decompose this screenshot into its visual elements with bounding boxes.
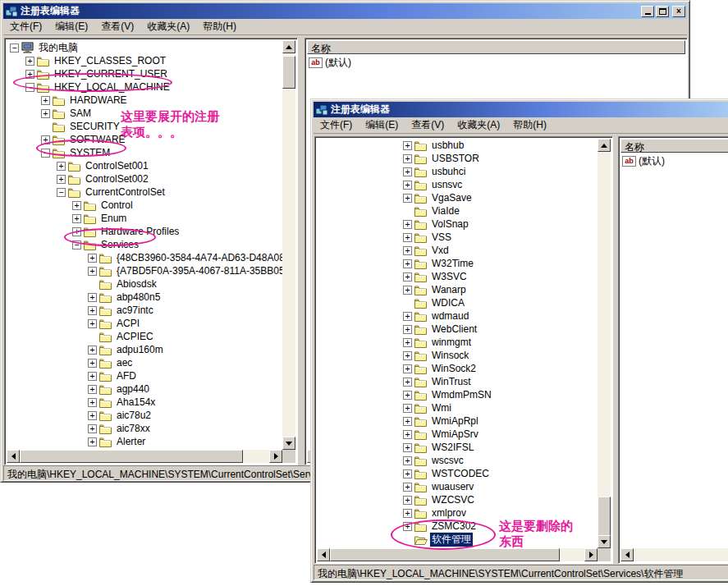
expand-toggle[interactable]: +	[25, 57, 34, 66]
tree-item[interactable]: Abiosdsk	[7, 277, 158, 291]
expand-toggle[interactable]: +	[57, 162, 66, 171]
expand-toggle[interactable]: +	[88, 293, 97, 302]
tree-item-label[interactable]: Hardware Profiles	[99, 226, 181, 237]
expand-toggle[interactable]: +	[403, 167, 412, 176]
expand-toggle[interactable]: +	[403, 141, 412, 150]
tree-item[interactable]: +winmgmt	[317, 336, 473, 349]
expand-toggle[interactable]: +	[403, 404, 412, 413]
expand-toggle[interactable]: −	[10, 43, 19, 53]
expand-toggle[interactable]: −	[25, 83, 34, 92]
tree-item-label[interactable]: USBSTOR	[430, 153, 481, 164]
scrollbar-thumb[interactable]	[282, 56, 295, 89]
tree-item[interactable]: +WmiApRpl	[317, 414, 480, 428]
value-row-default[interactable]: ab (默认)	[309, 57, 351, 69]
scrollbar-thumb[interactable]	[598, 497, 611, 536]
tree-item[interactable]: +Hardware Profiles	[7, 225, 181, 238]
tree-item[interactable]: −我的电脑	[7, 41, 80, 54]
tree-item[interactable]: +Vxd	[317, 244, 451, 257]
expand-toggle[interactable]: +	[403, 312, 412, 321]
menu-item[interactable]: 查看(V)	[94, 18, 140, 36]
tree-item-label[interactable]: HKEY_LOCAL_MACHINE	[53, 81, 172, 93]
tree-item[interactable]: +USBSTOR	[317, 152, 481, 165]
tree-item-label[interactable]: Wmi	[430, 402, 453, 414]
expand-toggle[interactable]: +	[88, 398, 97, 407]
tree-item-label[interactable]: xmlprov	[430, 507, 468, 519]
tree-item-label[interactable]: WinSock2	[430, 363, 478, 374]
tree-item[interactable]: +usbuhci	[317, 165, 467, 178]
tree-item[interactable]: +ControlSet002	[7, 172, 150, 185]
menu-item[interactable]: 编辑(E)	[48, 18, 94, 36]
tree-item-label[interactable]: Control	[99, 199, 135, 211]
expand-toggle[interactable]: +	[403, 154, 412, 163]
scroll-right-button[interactable]	[269, 450, 282, 463]
tree-item[interactable]: +WS2IFSL	[317, 441, 475, 454]
minimize-button[interactable]	[641, 6, 654, 17]
tree-item[interactable]: +ControlSet001	[7, 159, 150, 172]
scroll-left-button[interactable]	[620, 548, 634, 561]
scroll-down-button[interactable]	[282, 437, 295, 450]
expand-toggle[interactable]: +	[403, 430, 412, 439]
tree-item[interactable]: +aic78u2	[7, 409, 153, 422]
expand-toggle[interactable]: +	[88, 411, 97, 420]
tree-item-label[interactable]: Wanarp	[430, 284, 468, 295]
menu-item[interactable]: 查看(V)	[405, 117, 451, 135]
expand-toggle[interactable]: +	[403, 509, 412, 518]
tree-item[interactable]: +xmlprov	[317, 506, 468, 520]
tree-item-label[interactable]: wuauserv	[430, 481, 475, 492]
tree-item-label[interactable]: {48CB3960-3584-4A74-AD63-D48A0807E	[115, 252, 282, 263]
value-row-default[interactable]: ab (默认)	[622, 155, 665, 167]
menu-item[interactable]: 收藏夹(A)	[140, 18, 196, 36]
expand-toggle[interactable]: +	[72, 214, 81, 223]
expand-toggle[interactable]: +	[403, 338, 412, 347]
expand-toggle[interactable]: +	[403, 391, 412, 400]
column-header-name[interactable]: 名称	[307, 40, 685, 54]
expand-toggle[interactable]: +	[88, 385, 97, 394]
tree-item[interactable]: +VgaSave	[317, 191, 474, 204]
horizontal-scrollbar[interactable]	[7, 450, 282, 463]
tree-item[interactable]: +VolSnap	[317, 217, 470, 231]
tree-item-label[interactable]: AFD	[115, 370, 138, 382]
expand-toggle[interactable]: −	[72, 240, 81, 250]
tree-item[interactable]: −HKEY_LOCAL_MACHINE	[7, 80, 172, 94]
scroll-right-button[interactable]	[584, 548, 598, 561]
tree-item[interactable]: −Services	[7, 238, 140, 251]
tree-item[interactable]: +SAM	[7, 107, 93, 120]
expand-toggle[interactable]: +	[403, 417, 412, 426]
tree-item-label[interactable]: VolSnap	[430, 218, 470, 230]
scrollbar-thumb[interactable]	[20, 450, 243, 463]
tree-item-label[interactable]: winmgmt	[430, 336, 473, 348]
tree-item-label[interactable]: VgaSave	[430, 192, 474, 204]
expand-toggle[interactable]: +	[403, 272, 412, 282]
scroll-down-button[interactable]	[598, 535, 611, 548]
scroll-up-button[interactable]	[282, 40, 295, 53]
tree-item[interactable]: 软件管理	[317, 533, 473, 546]
tree-item[interactable]: +WSTCODEC	[317, 467, 491, 480]
tree-item-label[interactable]: W32Time	[430, 258, 475, 269]
tree-item-label[interactable]: 我的电脑	[37, 41, 80, 55]
tree-item[interactable]: +HKEY_CURRENT_USER	[7, 67, 169, 80]
tree-item-label[interactable]: WSTCODEC	[430, 468, 491, 479]
expand-toggle[interactable]: −	[57, 188, 66, 197]
tree-item-label[interactable]: WmiApSrv	[430, 428, 480, 440]
maximize-button[interactable]	[656, 6, 669, 17]
tree-item[interactable]: +wuauserv	[317, 480, 475, 493]
tree-item[interactable]: +abp480n5	[7, 291, 162, 304]
horizontal-scrollbar[interactable]	[620, 548, 728, 561]
tree-item[interactable]: +ac97intc	[7, 304, 155, 317]
expand-toggle[interactable]: +	[88, 424, 97, 433]
expand-toggle[interactable]: +	[88, 319, 97, 328]
tree-item[interactable]: +{A7BD5F0A-395A-4067-811A-35BB05DE5	[7, 264, 282, 277]
menu-item[interactable]: 编辑(E)	[359, 117, 405, 135]
tree-item-label[interactable]: aec	[115, 357, 134, 369]
expand-toggle[interactable]: −	[41, 149, 50, 158]
vertical-scrollbar[interactable]	[598, 139, 611, 548]
tree-item-label[interactable]: aic78xx	[115, 423, 152, 434]
tree-item[interactable]: +adpu160m	[7, 343, 165, 356]
expand-toggle[interactable]: +	[88, 254, 97, 263]
tree-item-label[interactable]: wscsvc	[430, 455, 465, 466]
value-name[interactable]: (默认)	[639, 154, 665, 168]
tree-item[interactable]: +usbhub	[317, 139, 465, 152]
tree-item[interactable]: +AFD	[7, 369, 138, 382]
tree-item[interactable]: WDICA	[317, 296, 466, 309]
tree-item[interactable]: +ACPI	[7, 317, 141, 330]
